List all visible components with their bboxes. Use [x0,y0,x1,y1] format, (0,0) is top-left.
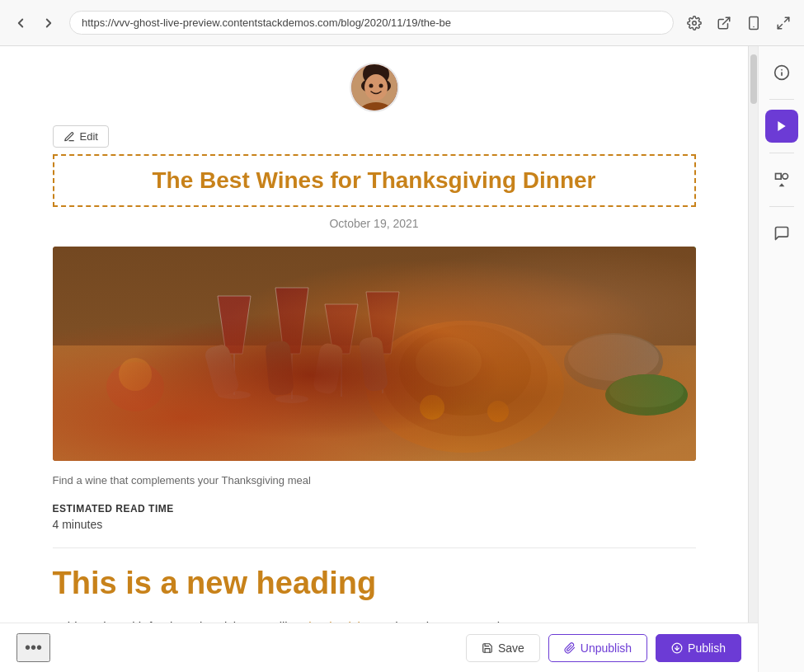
play-button[interactable] [765,110,798,143]
browser-actions [684,12,794,34]
address-bar[interactable]: https://vvv-ghost-live-preview.contentst… [69,11,674,35]
external-link-icon[interactable] [713,12,735,34]
right-sidebar [758,46,804,672]
svg-line-1 [723,17,730,24]
forward-button[interactable] [38,12,59,34]
svg-marker-44 [778,121,785,131]
publish-label: Publish [688,641,726,655]
mobile-view-icon[interactable] [743,12,764,34]
edit-icon [63,131,75,143]
image-caption: Find a wine that complements your Thanks… [53,474,696,486]
shapes-button[interactable] [765,163,798,196]
unpublish-button[interactable]: Unpublish [548,634,647,662]
wine-scene-overlay [53,247,696,461]
article-wrapper: Edit The Best Wines for Thanksgiving Din… [20,125,729,670]
svg-point-10 [369,84,373,88]
article-date: October 19, 2021 [53,217,696,230]
publish-button[interactable]: Publish [656,634,741,662]
more-options-button[interactable]: ••• [16,633,50,662]
svg-marker-48 [778,183,784,186]
svg-rect-45 [775,174,781,180]
avatar-image [351,64,397,110]
avatar [350,63,399,112]
svg-point-11 [378,84,383,88]
info-icon [773,64,790,81]
save-label: Save [498,641,524,655]
sidebar-divider-2 [769,153,794,153]
unpublish-icon [564,642,576,654]
svg-point-0 [693,21,697,25]
content-area: Edit The Best Wines for Thanksgiving Din… [0,46,748,672]
sidebar-divider-1 [769,99,794,100]
svg-point-46 [782,174,788,180]
chat-button[interactable] [765,217,798,250]
bottom-toolbar: ••• Save Unpublish Publish [0,623,758,672]
save-button[interactable]: Save [466,634,540,662]
hero-image [53,247,696,461]
scrollbar-track[interactable] [748,46,758,672]
new-heading: This is a new heading [53,565,696,603]
svg-point-9 [364,74,388,101]
nav-buttons [10,12,59,34]
back-button[interactable] [10,12,31,34]
save-icon [482,642,493,654]
info-button[interactable] [765,56,798,89]
shapes-icon [773,172,790,188]
sidebar-divider-3 [769,206,794,207]
settings-icon[interactable] [684,12,705,34]
play-icon [775,120,788,133]
read-time-label: ESTIMATED READ TIME [53,503,696,515]
edit-section: Edit [53,125,696,148]
edit-button[interactable]: Edit [53,125,109,148]
dots-label: ••• [25,638,42,656]
read-time-value: 4 minutes [53,518,696,531]
browser-chrome: https://vvv-ghost-live-preview.contentst… [0,0,804,46]
article-title: The Best Wines for Thanksgiving Dinner [53,154,696,207]
scrollbar-thumb[interactable] [750,54,757,104]
chat-icon [773,225,790,242]
edit-label: Edit [80,130,98,143]
expand-icon[interactable] [773,12,794,34]
main-layout: Edit The Best Wines for Thanksgiving Din… [0,46,804,672]
hero-image-bg [53,247,696,461]
author-section [0,46,748,125]
read-time-section: ESTIMATED READ TIME 4 minutes [53,503,696,548]
publish-icon [671,642,683,654]
svg-line-4 [785,17,789,21]
svg-line-5 [778,24,782,28]
url-text: https://vvv-ghost-live-preview.contentst… [82,16,451,29]
unpublish-label: Unpublish [581,641,632,655]
